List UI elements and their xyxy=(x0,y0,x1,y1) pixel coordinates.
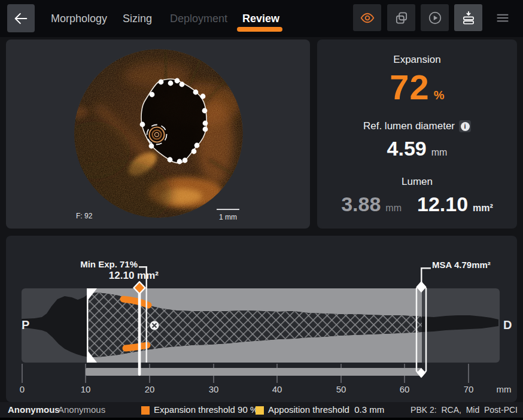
expansion-unit: % xyxy=(434,89,445,102)
tab-deployment[interactable]: Deployment xyxy=(170,0,227,37)
info-icon: i xyxy=(461,122,470,131)
scale-bar xyxy=(217,209,239,210)
info-button[interactable]: i xyxy=(459,120,471,132)
back-button[interactable] xyxy=(7,4,35,32)
patient-name-first: Anonymous xyxy=(58,404,105,415)
duplicate-frame-button[interactable] xyxy=(387,4,415,31)
study-context-label: PBK 2: RCA, Mid Post-PCI xyxy=(411,405,518,415)
scale-bar-label: 1 mm xyxy=(212,213,244,221)
metrics-panel: Expansion 72 % Ref. lumen diameter i 4.5… xyxy=(317,39,517,229)
visibility-toggle-button[interactable] xyxy=(353,4,381,31)
copy-icon xyxy=(394,10,409,26)
oct-image xyxy=(6,39,310,229)
apposition-threshold-swatch xyxy=(256,406,264,415)
ruler-label-70: 70 xyxy=(457,384,481,394)
ruler-label-0: 0 xyxy=(10,384,34,394)
ref-lumen-diameter-unit: mm xyxy=(431,147,448,158)
distal-label: D xyxy=(503,318,512,332)
play-pullback-button[interactable] xyxy=(421,4,449,31)
apposition-threshold-legend: Apposition threshold 0.3 mm xyxy=(268,404,384,415)
menu-icon xyxy=(494,10,511,26)
expansion-label: Expansion xyxy=(393,54,440,66)
back-arrow-icon xyxy=(13,10,29,27)
ruler-label-60: 60 xyxy=(393,384,416,394)
play-icon xyxy=(427,10,443,26)
expansion-threshold-swatch xyxy=(141,406,150,415)
top-bar: Morphology Sizing Deployment Review xyxy=(0,0,523,37)
ref-lumen-diameter-value: 4.59 xyxy=(387,137,427,160)
export-report-icon xyxy=(461,10,476,26)
ruler-label-10: 10 xyxy=(74,384,98,394)
msa-callout: MSA 4.79mm² xyxy=(432,260,491,270)
frame-number-label: F: 92 xyxy=(76,212,92,220)
expansion-value: 72 xyxy=(390,67,430,107)
ruler-unit-label: mm xyxy=(492,384,516,394)
proximal-label: P xyxy=(22,318,29,332)
menu-button[interactable] xyxy=(488,4,516,31)
app-root: Morphology Sizing Deployment Review xyxy=(0,0,523,420)
lumen-area-unit: mm² xyxy=(473,203,493,214)
oct-cross-section-panel[interactable]: F: 92 1 mm xyxy=(6,39,310,229)
lumen-diameter-value: 3.88 xyxy=(341,193,381,216)
min-exp-callout-line2: 12.10 mm² xyxy=(87,270,159,282)
expansion-threshold-region-bottom xyxy=(126,345,147,348)
eye-icon xyxy=(360,10,375,26)
ruler-label-40: 40 xyxy=(265,384,289,394)
ruler-label-20: 20 xyxy=(138,384,162,394)
ruler-label-50: 50 xyxy=(329,384,353,394)
tab-morphology[interactable]: Morphology xyxy=(51,0,107,37)
bottom-edge xyxy=(0,418,523,420)
active-tab-underline xyxy=(237,27,282,32)
side-branch-marker[interactable] xyxy=(150,321,159,330)
tab-sizing[interactable]: Sizing xyxy=(123,0,152,37)
longitudinal-panel: P D Min Exp. 71% 12.10 mm² MSA 4.79mm² 0… xyxy=(6,236,517,402)
lumen-diameter-unit: mm xyxy=(385,203,402,214)
ref-lumen-diameter-label: Ref. lumen diameter xyxy=(363,120,455,132)
lumen-label: Lumen xyxy=(402,176,433,188)
export-report-button[interactable] xyxy=(454,4,482,31)
ruler-label-30: 30 xyxy=(202,384,226,394)
min-exp-callout-line1: Min Exp. 71% xyxy=(66,259,138,269)
footer-bar: Anonymous Anonymous Expansion threshold … xyxy=(0,402,523,418)
expansion-threshold-legend: Expansion threshold 90 % xyxy=(154,404,258,415)
lumen-area-value: 12.10 xyxy=(417,193,468,216)
patient-name-last: Anonymous xyxy=(8,404,60,415)
pullback-scrollbar[interactable] xyxy=(86,368,422,376)
